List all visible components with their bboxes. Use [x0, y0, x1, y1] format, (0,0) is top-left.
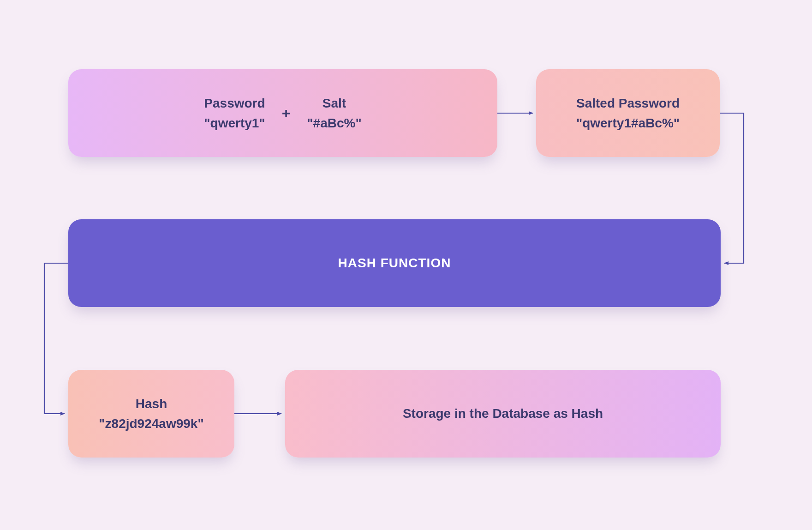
salted-password-box: Salted Password "qwerty1#aBc%": [536, 69, 720, 157]
storage-box: Storage in the Database as Hash: [285, 370, 721, 458]
password-salt-box: Password "qwerty1" + Salt "#aBc%": [68, 69, 497, 157]
password-value: "qwerty1": [204, 113, 265, 133]
salt-value: "#aBc%": [307, 113, 361, 133]
hash-output-box: Hash "z82jd924aw99k": [68, 370, 234, 458]
password-label: Password: [204, 93, 265, 113]
salted-password-label: Salted Password: [576, 93, 680, 113]
hash-function-label: HASH FUNCTION: [338, 256, 451, 271]
hash-output-value: "z82jd924aw99k": [99, 414, 203, 434]
hash-output-label: Hash: [136, 394, 167, 414]
hash-function-box: HASH FUNCTION: [68, 219, 721, 307]
arrow-2: [720, 113, 744, 263]
arrow-3: [44, 263, 68, 414]
storage-label: Storage in the Database as Hash: [403, 404, 603, 423]
salted-password-value: "qwerty1#aBc%": [576, 113, 680, 133]
plus-symbol: +: [265, 105, 307, 122]
diagram-stage: Password "qwerty1" + Salt "#aBc%" Salted…: [0, 0, 812, 530]
salt-label: Salt: [322, 93, 346, 113]
